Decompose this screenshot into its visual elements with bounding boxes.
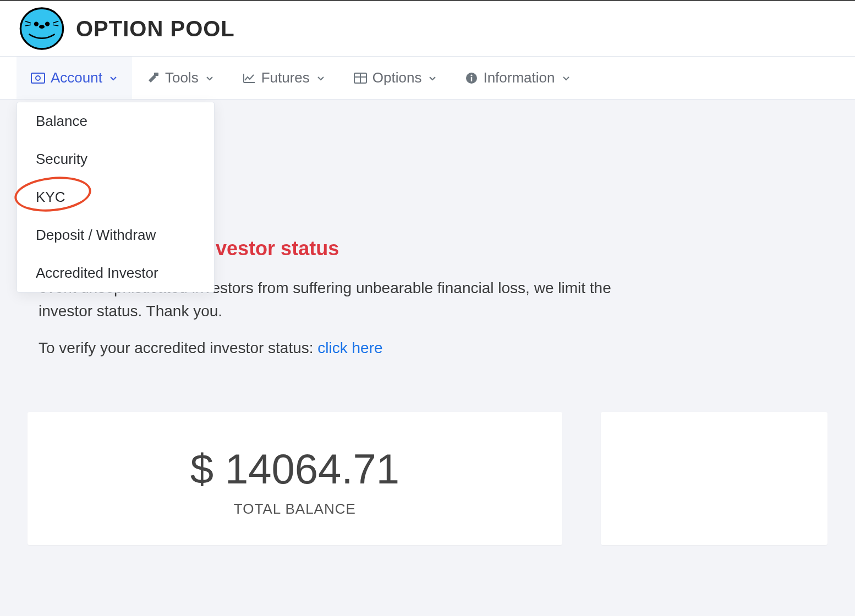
- dropdown-item-balance[interactable]: Balance: [17, 102, 214, 140]
- notice-body-tail: investor status. Thank you.: [39, 302, 222, 320]
- svg-point-4: [39, 25, 45, 29]
- svg-point-10: [36, 76, 40, 80]
- nav-information[interactable]: Information: [451, 57, 584, 99]
- dropdown-item-deposit-withdraw[interactable]: Deposit / Withdraw: [17, 216, 214, 254]
- balance-amount: $ 14064.71: [50, 445, 540, 493]
- navbar: Account Tools Futures: [0, 57, 855, 100]
- nav-label: Information: [483, 69, 555, 86]
- chevron-down-icon: [562, 74, 571, 82]
- svg-point-3: [45, 21, 50, 26]
- dropdown-item-kyc[interactable]: KYC: [17, 178, 214, 216]
- brand-header: OPTION POOL: [0, 1, 855, 56]
- svg-point-17: [471, 74, 473, 76]
- hammer-icon: [146, 72, 160, 85]
- chevron-down-icon: [428, 74, 437, 82]
- nav-account[interactable]: Account: [17, 57, 132, 99]
- svg-point-2: [34, 21, 39, 26]
- svg-rect-9: [31, 73, 45, 83]
- money-icon: [31, 73, 45, 84]
- nav-tools[interactable]: Tools: [132, 57, 228, 99]
- balance-card: $ 14064.71 TOTAL BALANCE: [28, 412, 562, 545]
- dropdown-item-accredited[interactable]: Accredited Investor: [17, 254, 214, 292]
- nav-label: Tools: [165, 69, 199, 86]
- notice-verify-prefix: To verify your accredited investor statu…: [39, 339, 317, 356]
- nav-label: Options: [372, 69, 422, 86]
- chevron-down-icon: [205, 74, 214, 82]
- nav-options[interactable]: Options: [339, 57, 452, 99]
- svg-rect-16: [471, 77, 472, 81]
- account-dropdown: Balance Security KYC Deposit / Withdraw …: [17, 102, 215, 293]
- side-card: [601, 412, 827, 545]
- nav-futures[interactable]: Futures: [228, 57, 339, 99]
- brand-logo: [19, 6, 65, 52]
- chevron-down-icon: [316, 74, 325, 82]
- nav-label: Account: [51, 69, 102, 86]
- balance-label: TOTAL BALANCE: [50, 501, 540, 518]
- nav-label: Futures: [261, 69, 310, 86]
- chart-line-icon: [243, 73, 256, 84]
- table-icon: [354, 73, 367, 84]
- info-icon: [465, 72, 478, 84]
- brand-name: OPTION POOL: [76, 16, 235, 41]
- svg-rect-11: [154, 73, 158, 76]
- dropdown-item-security[interactable]: Security: [17, 140, 214, 178]
- notice-verify-line: To verify your accredited investor statu…: [39, 339, 816, 357]
- cards-row: $ 14064.71 TOTAL BALANCE: [0, 357, 855, 545]
- verify-link[interactable]: click here: [317, 339, 382, 356]
- chevron-down-icon: [109, 74, 118, 82]
